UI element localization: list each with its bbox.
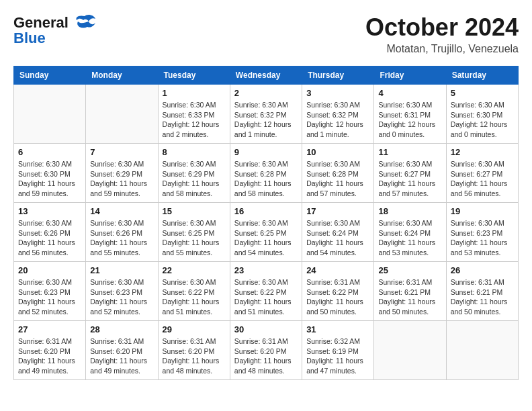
day-info: Sunrise: 6:32 AM Sunset: 6:19 PM Dayligh…: [306, 336, 369, 376]
weekday-header-friday: Friday: [374, 66, 446, 85]
logo: General Blue: [13, 13, 97, 47]
calendar-cell: 20Sunrise: 6:30 AM Sunset: 6:23 PM Dayli…: [14, 262, 86, 321]
day-number: 30: [234, 324, 298, 334]
calendar-cell: 31Sunrise: 6:32 AM Sunset: 6:19 PM Dayli…: [302, 321, 374, 380]
day-number: 28: [90, 324, 153, 334]
day-number: 6: [18, 147, 81, 157]
day-number: 16: [234, 206, 298, 216]
month-title: October 2024: [365, 13, 519, 42]
day-info: Sunrise: 6:30 AM Sunset: 6:26 PM Dayligh…: [18, 218, 81, 258]
day-number: 7: [90, 147, 153, 157]
calendar-cell: 11Sunrise: 6:30 AM Sunset: 6:27 PM Dayli…: [374, 144, 446, 203]
location: Motatan, Trujillo, Venezuela: [365, 43, 519, 55]
calendar-cell: 2Sunrise: 6:30 AM Sunset: 6:32 PM Daylig…: [230, 85, 302, 144]
logo-bird-icon: [73, 13, 97, 32]
day-number: 4: [378, 88, 441, 98]
day-number: 12: [451, 147, 514, 157]
day-info: Sunrise: 6:30 AM Sunset: 6:23 PM Dayligh…: [90, 277, 153, 317]
day-number: 5: [451, 88, 514, 98]
day-number: 8: [163, 147, 226, 157]
calendar-cell: [86, 85, 158, 144]
day-number: 31: [306, 324, 369, 334]
weekday-header-sunday: Sunday: [14, 66, 86, 85]
calendar-cell: [374, 321, 446, 380]
weekday-header-row: SundayMondayTuesdayWednesdayThursdayFrid…: [14, 66, 519, 85]
day-info: Sunrise: 6:30 AM Sunset: 6:22 PM Dayligh…: [234, 277, 298, 317]
calendar-cell: 23Sunrise: 6:30 AM Sunset: 6:22 PM Dayli…: [230, 262, 302, 321]
calendar-cell: 7Sunrise: 6:30 AM Sunset: 6:29 PM Daylig…: [86, 144, 158, 203]
day-number: 19: [451, 206, 514, 216]
day-info: Sunrise: 6:30 AM Sunset: 6:25 PM Dayligh…: [163, 218, 226, 258]
day-number: 26: [451, 265, 514, 275]
calendar-cell: 16Sunrise: 6:30 AM Sunset: 6:25 PM Dayli…: [230, 203, 302, 262]
weekday-header-thursday: Thursday: [302, 66, 374, 85]
day-number: 13: [18, 206, 81, 216]
calendar-cell: 14Sunrise: 6:30 AM Sunset: 6:26 PM Dayli…: [86, 203, 158, 262]
day-info: Sunrise: 6:31 AM Sunset: 6:20 PM Dayligh…: [234, 336, 298, 376]
day-number: 24: [306, 265, 369, 275]
day-info: Sunrise: 6:30 AM Sunset: 6:23 PM Dayligh…: [451, 218, 514, 258]
day-info: Sunrise: 6:31 AM Sunset: 6:20 PM Dayligh…: [18, 336, 81, 376]
calendar-cell: 1Sunrise: 6:30 AM Sunset: 6:33 PM Daylig…: [158, 85, 230, 144]
day-info: Sunrise: 6:31 AM Sunset: 6:21 PM Dayligh…: [378, 277, 441, 317]
calendar-cell: 10Sunrise: 6:30 AM Sunset: 6:28 PM Dayli…: [302, 144, 374, 203]
calendar-cell: 18Sunrise: 6:30 AM Sunset: 6:24 PM Dayli…: [374, 203, 446, 262]
day-number: 20: [18, 265, 81, 275]
logo-text-blue: Blue: [13, 30, 46, 47]
calendar-cell: 21Sunrise: 6:30 AM Sunset: 6:23 PM Dayli…: [86, 262, 158, 321]
calendar-cell: 22Sunrise: 6:30 AM Sunset: 6:22 PM Dayli…: [158, 262, 230, 321]
day-number: 14: [90, 206, 153, 216]
day-info: Sunrise: 6:30 AM Sunset: 6:24 PM Dayligh…: [378, 218, 441, 258]
day-info: Sunrise: 6:30 AM Sunset: 6:33 PM Dayligh…: [163, 100, 226, 140]
day-info: Sunrise: 6:30 AM Sunset: 6:31 PM Dayligh…: [378, 100, 441, 140]
calendar-cell: 12Sunrise: 6:30 AM Sunset: 6:27 PM Dayli…: [446, 144, 518, 203]
day-number: 21: [90, 265, 153, 275]
day-info: Sunrise: 6:30 AM Sunset: 6:32 PM Dayligh…: [306, 100, 369, 140]
day-info: Sunrise: 6:30 AM Sunset: 6:23 PM Dayligh…: [18, 277, 81, 317]
day-number: 18: [378, 206, 441, 216]
calendar-table: SundayMondayTuesdayWednesdayThursdayFrid…: [13, 66, 519, 380]
day-info: Sunrise: 6:31 AM Sunset: 6:21 PM Dayligh…: [451, 277, 514, 317]
calendar-cell: 24Sunrise: 6:31 AM Sunset: 6:22 PM Dayli…: [302, 262, 374, 321]
calendar-cell: 4Sunrise: 6:30 AM Sunset: 6:31 PM Daylig…: [374, 85, 446, 144]
day-info: Sunrise: 6:30 AM Sunset: 6:27 PM Dayligh…: [378, 159, 441, 199]
day-number: 27: [18, 324, 81, 334]
day-number: 11: [378, 147, 441, 157]
day-info: Sunrise: 6:30 AM Sunset: 6:28 PM Dayligh…: [234, 159, 298, 199]
week-row-2: 6Sunrise: 6:30 AM Sunset: 6:30 PM Daylig…: [14, 144, 519, 203]
day-number: 10: [306, 147, 369, 157]
calendar-cell: 8Sunrise: 6:30 AM Sunset: 6:29 PM Daylig…: [158, 144, 230, 203]
calendar-cell: 9Sunrise: 6:30 AM Sunset: 6:28 PM Daylig…: [230, 144, 302, 203]
title-block: October 2024 Motatan, Trujillo, Venezuel…: [365, 13, 519, 55]
calendar-cell: 3Sunrise: 6:30 AM Sunset: 6:32 PM Daylig…: [302, 85, 374, 144]
week-row-4: 20Sunrise: 6:30 AM Sunset: 6:23 PM Dayli…: [14, 262, 519, 321]
day-number: 15: [163, 206, 226, 216]
day-number: 3: [306, 88, 369, 98]
calendar-cell: 19Sunrise: 6:30 AM Sunset: 6:23 PM Dayli…: [446, 203, 518, 262]
calendar-cell: 15Sunrise: 6:30 AM Sunset: 6:25 PM Dayli…: [158, 203, 230, 262]
calendar-cell: 25Sunrise: 6:31 AM Sunset: 6:21 PM Dayli…: [374, 262, 446, 321]
day-number: 22: [163, 265, 226, 275]
calendar-cell: 6Sunrise: 6:30 AM Sunset: 6:30 PM Daylig…: [14, 144, 86, 203]
day-info: Sunrise: 6:31 AM Sunset: 6:20 PM Dayligh…: [90, 336, 153, 376]
calendar-cell: 26Sunrise: 6:31 AM Sunset: 6:21 PM Dayli…: [446, 262, 518, 321]
day-number: 29: [163, 324, 226, 334]
weekday-header-saturday: Saturday: [446, 66, 518, 85]
calendar-cell: 17Sunrise: 6:30 AM Sunset: 6:24 PM Dayli…: [302, 203, 374, 262]
day-info: Sunrise: 6:31 AM Sunset: 6:20 PM Dayligh…: [163, 336, 226, 376]
calendar-cell: 13Sunrise: 6:30 AM Sunset: 6:26 PM Dayli…: [14, 203, 86, 262]
day-info: Sunrise: 6:30 AM Sunset: 6:26 PM Dayligh…: [90, 218, 153, 258]
calendar-cell: 29Sunrise: 6:31 AM Sunset: 6:20 PM Dayli…: [158, 321, 230, 380]
day-info: Sunrise: 6:31 AM Sunset: 6:22 PM Dayligh…: [306, 277, 369, 317]
calendar-cell: [446, 321, 518, 380]
calendar-cell: 30Sunrise: 6:31 AM Sunset: 6:20 PM Dayli…: [230, 321, 302, 380]
week-row-3: 13Sunrise: 6:30 AM Sunset: 6:26 PM Dayli…: [14, 203, 519, 262]
calendar-cell: 27Sunrise: 6:31 AM Sunset: 6:20 PM Dayli…: [14, 321, 86, 380]
week-row-5: 27Sunrise: 6:31 AM Sunset: 6:20 PM Dayli…: [14, 321, 519, 380]
weekday-header-tuesday: Tuesday: [158, 66, 230, 85]
day-info: Sunrise: 6:30 AM Sunset: 6:24 PM Dayligh…: [306, 218, 369, 258]
calendar-cell: [14, 85, 86, 144]
day-number: 2: [234, 88, 298, 98]
page-header: General Blue October 2024 Motatan, Truji…: [13, 13, 519, 55]
day-info: Sunrise: 6:30 AM Sunset: 6:29 PM Dayligh…: [163, 159, 226, 199]
